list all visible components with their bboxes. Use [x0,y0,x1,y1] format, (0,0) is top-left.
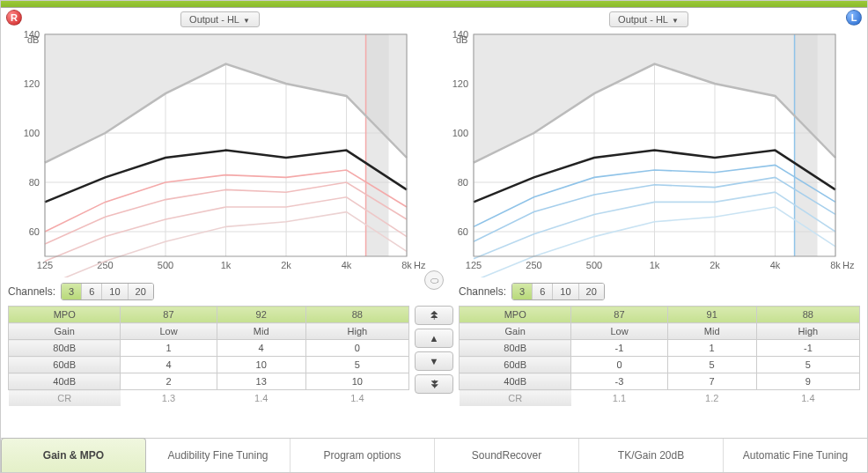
gain-cell[interactable]: 5 [305,357,408,373]
mpo-label: MPO [460,307,571,323]
gain-table-left[interactable]: MPO879188GainLowMidHigh80dB-11-160dB0554… [459,306,860,406]
gain-label: Gain [460,323,571,340]
channel-btn-10[interactable]: 10 [102,284,128,299]
channels-label: Channels: [8,285,55,298]
gain-cell[interactable]: 0 [305,340,408,357]
tab-audibility-fine-tuning[interactable]: Audibility Fine Tuning [146,439,291,472]
tab-soundrecover[interactable]: SoundRecover [435,439,579,472]
svg-text:60: 60 [29,226,40,237]
small-up-button[interactable]: ▲ [415,329,453,348]
svg-text:dB: dB [456,34,467,45]
tab-gain-mpo[interactable]: Gain & MPO [1,438,146,472]
gain-cell[interactable]: 13 [217,373,305,390]
col-header: Mid [667,323,756,340]
gain-cell[interactable]: 1 [667,340,756,357]
link-icon[interactable]: ⬭ [424,270,444,290]
gain-cell[interactable]: 0 [571,357,667,373]
cr-cell: 1.1 [571,390,667,407]
mpo-cell[interactable]: 87 [121,307,217,323]
gain-cell[interactable]: -1 [756,340,859,357]
gain-cell[interactable]: 9 [756,373,859,390]
cr-cell: 1.3 [121,390,217,407]
cr-cell: 1.2 [667,390,756,407]
gain-cell[interactable]: 5 [756,357,859,373]
channel-btn-20[interactable]: 20 [129,284,153,299]
row-header: 80dB [9,340,121,357]
row-header: 40dB [9,373,121,390]
channel-btn-3[interactable]: 3 [512,284,533,299]
output-select-left[interactable]: Output - HL [609,11,688,27]
cr-label: CR [9,390,121,407]
gain-cell[interactable]: 10 [305,373,408,390]
svg-text:Hz: Hz [842,260,855,270]
svg-text:2k: 2k [710,260,720,270]
gain-label: Gain [9,323,121,340]
svg-text:2k: 2k [281,260,291,270]
gain-cell[interactable]: 4 [121,357,217,373]
cr-cell: 1.4 [756,390,859,407]
svg-text:120: 120 [452,78,468,89]
mpo-cell[interactable]: 88 [305,307,408,323]
gain-cell[interactable]: 10 [217,357,305,373]
svg-rect-55 [795,34,818,256]
svg-text:4k: 4k [342,260,352,270]
channel-btn-6[interactable]: 6 [533,284,553,299]
gain-cell[interactable]: 5 [667,357,756,373]
mpo-cell[interactable]: 88 [756,307,859,323]
controls-right: Channels: 361020 MPO879288GainLowMidHigh… [8,283,409,406]
svg-text:100: 100 [452,128,468,138]
mpo-cell[interactable]: 92 [217,307,305,323]
mpo-cell[interactable]: 87 [571,307,667,323]
channel-btn-6[interactable]: 6 [82,284,102,299]
col-header: Mid [217,323,305,340]
mpo-label: MPO [9,307,121,323]
gain-cell[interactable]: -1 [571,340,667,357]
gain-cell[interactable]: 4 [217,340,305,357]
col-header: Low [121,323,217,340]
bottom-tabs: Gain & MPOAudibility Fine TuningProgram … [1,438,867,472]
row-header: 80dB [460,340,571,357]
cr-cell: 1.4 [217,390,305,407]
svg-text:100: 100 [24,128,40,138]
svg-text:125: 125 [37,260,53,270]
gain-cell[interactable]: 1 [121,340,217,357]
svg-text:60: 60 [458,226,468,237]
svg-text:8k: 8k [830,260,841,270]
gain-step-buttons: ⯭ ▲ ▼ ⯯ [415,306,453,394]
gain-table-right[interactable]: MPO879288GainLowMidHigh80dB14060dB410540… [8,306,409,406]
svg-text:Hz: Hz [414,260,426,270]
channel-btn-3[interactable]: 3 [62,284,82,299]
mpo-cell[interactable]: 91 [667,307,756,323]
gain-cell[interactable]: 2 [121,373,217,390]
row-header: 40dB [460,373,571,390]
svg-text:1k: 1k [221,260,232,270]
row-header: 60dB [460,357,571,373]
col-header: High [305,323,408,340]
big-down-button[interactable]: ⯯ [415,374,453,394]
window-top-bar [1,1,867,8]
tab-program-options[interactable]: Program options [291,439,435,472]
big-up-button[interactable]: ⯭ [415,306,453,325]
tab-automatic-fine-tuning[interactable]: Automatic Fine Tuning [724,439,867,472]
cr-cell: 1.4 [305,390,408,407]
chart-panel-right: Output - HL 14012010080601252505001k2k4k… [8,11,431,277]
svg-text:250: 250 [526,260,541,270]
channels-group-right: 361020 [61,283,154,300]
gain-cell[interactable]: -3 [571,373,667,390]
small-down-button[interactable]: ▼ [415,351,453,371]
row-header: 60dB [9,357,121,373]
svg-text:80: 80 [458,177,468,188]
gain-cell[interactable]: 7 [667,373,756,390]
chart-right[interactable]: 14012010080601252505001k2k4k8kdBHz [8,31,431,277]
tab-tk-gain-20db[interactable]: TK/Gain 20dB [579,439,724,472]
svg-text:1k: 1k [650,260,660,270]
controls-left: Channels: 361020 MPO879188GainLowMidHigh… [459,283,860,406]
chart-panel-left: Output - HL 14012010080601252505001k2k4k… [437,11,860,277]
col-header: High [756,323,859,340]
channel-btn-20[interactable]: 20 [579,284,604,299]
output-select-right[interactable]: Output - HL [180,11,260,27]
chart-left[interactable]: 14012010080601252505001k2k4k8kdBHz [437,31,860,277]
col-header: Low [571,323,667,340]
channel-btn-10[interactable]: 10 [553,284,578,299]
svg-text:500: 500 [158,260,173,270]
